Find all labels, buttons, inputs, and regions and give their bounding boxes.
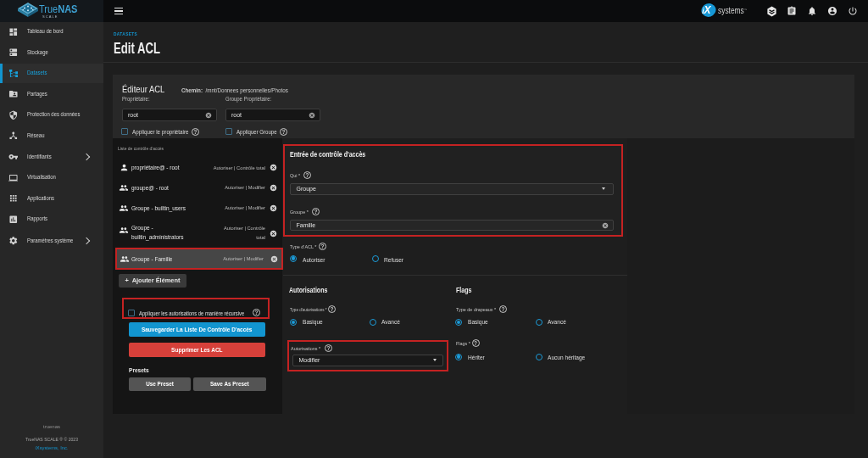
svg-text:X: X <box>704 4 712 16</box>
